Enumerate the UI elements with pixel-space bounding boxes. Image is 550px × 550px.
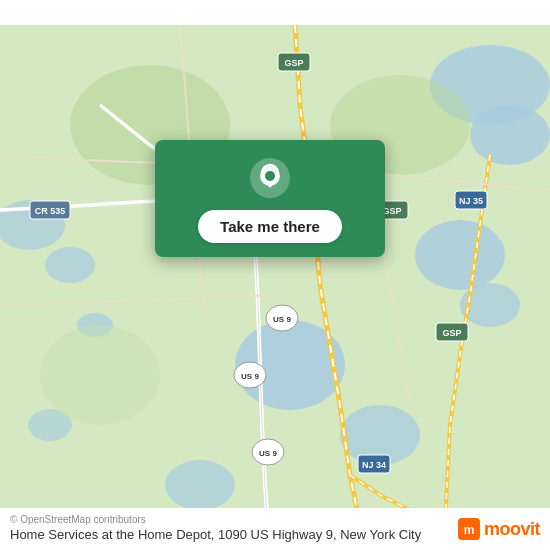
svg-point-9 bbox=[165, 460, 235, 510]
svg-text:US 9: US 9 bbox=[241, 372, 259, 381]
svg-text:NJ 34: NJ 34 bbox=[362, 460, 386, 470]
svg-text:GSP: GSP bbox=[382, 206, 401, 216]
svg-point-2 bbox=[470, 105, 550, 165]
svg-point-6 bbox=[415, 220, 505, 290]
map-background: GSP CR 535 CR 53 GSP NJ 35 US 9 US 9 US … bbox=[0, 0, 550, 550]
svg-point-4 bbox=[45, 247, 95, 283]
take-me-there-button[interactable]: Take me there bbox=[198, 210, 342, 243]
popup-card: Take me there bbox=[155, 140, 385, 257]
svg-text:GSP: GSP bbox=[284, 58, 303, 68]
svg-text:US 9: US 9 bbox=[273, 315, 291, 324]
svg-text:NJ 35: NJ 35 bbox=[459, 196, 483, 206]
moovit-logo: m moovit bbox=[458, 518, 540, 540]
location-pin-icon bbox=[248, 156, 292, 200]
moovit-text: moovit bbox=[484, 519, 540, 540]
moovit-icon: m bbox=[458, 518, 480, 540]
svg-text:CR 535: CR 535 bbox=[35, 206, 66, 216]
svg-text:GSP: GSP bbox=[442, 328, 461, 338]
svg-text:m: m bbox=[464, 523, 475, 537]
svg-point-37 bbox=[265, 171, 275, 181]
svg-text:US 9: US 9 bbox=[259, 449, 277, 458]
svg-point-14 bbox=[40, 325, 160, 425]
map-container: GSP CR 535 CR 53 GSP NJ 35 US 9 US 9 US … bbox=[0, 0, 550, 550]
